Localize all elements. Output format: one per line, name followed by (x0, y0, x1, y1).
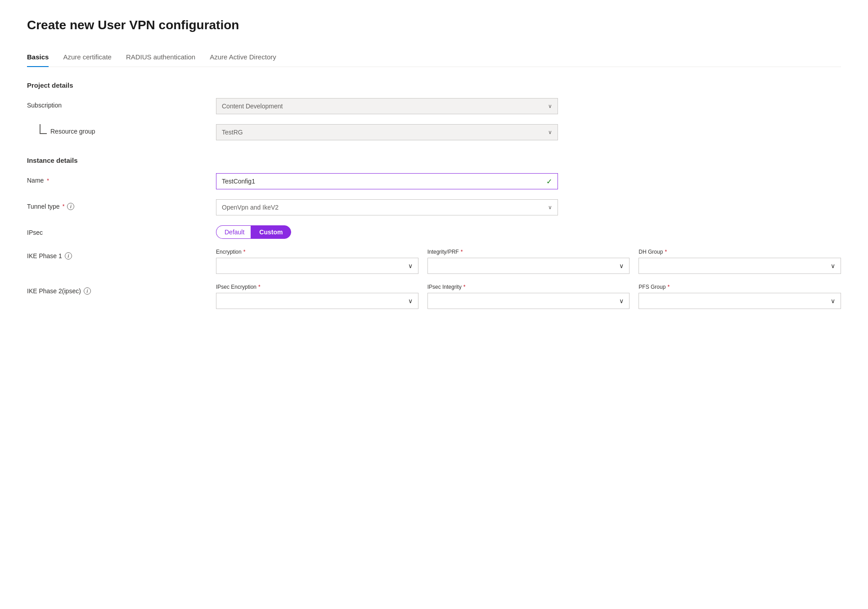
ike-phase1-encryption-chevron-icon: ∨ (408, 262, 413, 269)
subscription-row: Subscription Content Development ∨ (27, 98, 841, 114)
ike-phase2-ipsec-encryption-label-row: IPsec Encryption * (216, 284, 418, 290)
ike-phase2-ipsec-encryption-chevron-icon: ∨ (408, 297, 413, 304)
ike-phase1-label-col: IKE Phase 1 i (27, 249, 216, 260)
subscription-dropdown[interactable]: Content Development ∨ (216, 98, 558, 114)
ipsec-control: Default Custom (216, 225, 558, 239)
tunnel-type-chevron-icon: ∨ (548, 204, 552, 210)
name-value: TestConfig1 (222, 178, 255, 185)
page-title: Create new User VPN configuration (27, 18, 841, 32)
ike-phase2-ipsec-integrity-required: * (463, 284, 466, 290)
project-details-title: Project details (27, 81, 841, 89)
name-label-col: Name * (27, 173, 216, 184)
ike-phase1-dh-label: DH Group (639, 249, 663, 255)
tabs-container: Basics Azure certificate RADIUS authenti… (27, 49, 841, 67)
tunnel-type-dropdown[interactable]: OpenVpn and IkeV2 ∨ (216, 199, 558, 215)
ike-phase2-ipsec-integrity-chevron-icon: ∨ (619, 297, 624, 304)
tab-azure-active-directory[interactable]: Azure Active Directory (210, 49, 276, 67)
ike-phase2-row: IKE Phase 2(ipsec) i IPsec Encryption * … (27, 284, 841, 309)
instance-details-section: Instance details Name * TestConfig1 ✓ Tu… (27, 157, 841, 309)
resource-group-value: TestRG (222, 129, 243, 136)
resource-group-chevron-icon: ∨ (548, 129, 552, 135)
ike-phase2-pfs-dropdown[interactable]: ∨ (639, 293, 841, 309)
project-details-section: Project details Subscription Content Dev… (27, 81, 841, 140)
ipsec-toggle-group: Default Custom (216, 225, 558, 239)
name-label: Name (27, 177, 44, 184)
resource-group-row: Resource group TestRG ∨ (27, 124, 841, 140)
ike-phase1-integrity-required: * (461, 249, 463, 255)
tunnel-type-control: OpenVpn and IkeV2 ∨ (216, 199, 558, 215)
ike-phase1-integrity-group: Integrity/PRF * ∨ (427, 249, 630, 274)
name-control: TestConfig1 ✓ (216, 173, 558, 189)
tab-azure-certificate[interactable]: Azure certificate (63, 49, 112, 67)
instance-details-title: Instance details (27, 157, 841, 164)
ike-phase2-pfs-group: PFS Group * ∨ (639, 284, 841, 309)
ike-phase2-label-col: IKE Phase 2(ipsec) i (27, 284, 216, 295)
ike-phase1-integrity-dropdown[interactable]: ∨ (427, 258, 630, 274)
ike-phase1-encryption-group: Encryption * ∨ (216, 249, 418, 274)
ike-phase2-pfs-label-row: PFS Group * (639, 284, 841, 290)
ike-phase2-pfs-label: PFS Group (639, 284, 666, 290)
ike-phase2-fields: IPsec Encryption * ∨ IPsec Integrity * ∨ (216, 284, 841, 309)
ike-phase2-ipsec-encryption-required: * (258, 284, 261, 290)
ipsec-custom-button[interactable]: Custom (251, 225, 291, 239)
ike-phase2-info-icon[interactable]: i (84, 287, 91, 295)
ike-phase2-ipsec-encryption-label: IPsec Encryption (216, 284, 256, 290)
tunnel-type-required-star: * (63, 203, 65, 210)
resource-group-control: TestRG ∨ (216, 124, 558, 140)
ike-phase2-ipsec-encryption-dropdown[interactable]: ∨ (216, 293, 418, 309)
ipsec-label: IPsec (27, 225, 216, 236)
tunnel-type-label: Tunnel type (27, 203, 60, 210)
name-checkmark-icon: ✓ (546, 177, 552, 186)
ike-phase2-ipsec-integrity-dropdown[interactable]: ∨ (427, 293, 630, 309)
subscription-label: Subscription (27, 98, 216, 109)
ike-phase2-pfs-required: * (667, 284, 670, 290)
resource-group-dropdown[interactable]: TestRG ∨ (216, 124, 558, 140)
ipsec-default-button[interactable]: Default (216, 225, 251, 239)
ike-phase1-label: IKE Phase 1 (27, 252, 62, 260)
ike-phase2-ipsec-integrity-label: IPsec Integrity (427, 284, 462, 290)
ike-phase1-dh-required: * (665, 249, 667, 255)
subscription-value: Content Development (222, 103, 283, 110)
ike-phase1-integrity-chevron-icon: ∨ (619, 262, 624, 269)
ike-phase1-encryption-label: Encryption (216, 249, 242, 255)
ike-phase1-dh-dropdown[interactable]: ∨ (639, 258, 841, 274)
subscription-control: Content Development ∨ (216, 98, 558, 114)
ike-phase2-ipsec-integrity-label-row: IPsec Integrity * (427, 284, 630, 290)
ipsec-row: IPsec Default Custom (27, 225, 841, 239)
ike-phase1-dh-label-row: DH Group * (639, 249, 841, 255)
ike-phase2-pfs-chevron-icon: ∨ (831, 297, 835, 304)
ike-phase1-dh-group: DH Group * ∨ (639, 249, 841, 274)
name-required-star: * (47, 178, 49, 184)
tunnel-type-value: OpenVpn and IkeV2 (222, 204, 279, 211)
tab-basics[interactable]: Basics (27, 49, 49, 67)
ike-phase1-integrity-label: Integrity/PRF (427, 249, 459, 255)
ike-phase2-ipsec-integrity-group: IPsec Integrity * ∨ (427, 284, 630, 309)
ike-phase1-info-icon[interactable]: i (65, 252, 72, 260)
resource-group-label: Resource group (27, 128, 216, 135)
name-input[interactable]: TestConfig1 ✓ (216, 173, 558, 189)
ike-phase2-ipsec-encryption-group: IPsec Encryption * ∨ (216, 284, 418, 309)
ike-phase2-label: IKE Phase 2(ipsec) (27, 287, 81, 295)
ike-phase1-encryption-required: * (243, 249, 246, 255)
ike-phase1-encryption-dropdown[interactable]: ∨ (216, 258, 418, 274)
tunnel-type-info-icon[interactable]: i (67, 203, 74, 210)
ike-phase1-fields: Encryption * ∨ Integrity/PRF * ∨ (216, 249, 841, 274)
ike-phase1-encryption-label-row: Encryption * (216, 249, 418, 255)
tunnel-type-row: Tunnel type * i OpenVpn and IkeV2 ∨ (27, 199, 841, 215)
subscription-chevron-icon: ∨ (548, 103, 552, 109)
tunnel-type-label-col: Tunnel type * i (27, 199, 216, 210)
name-row: Name * TestConfig1 ✓ (27, 173, 841, 189)
ike-phase1-integrity-label-row: Integrity/PRF * (427, 249, 630, 255)
ike-phase1-dh-chevron-icon: ∨ (831, 262, 835, 269)
ike-phase1-row: IKE Phase 1 i Encryption * ∨ Integrity/P… (27, 249, 841, 274)
resource-group-label-col: Resource group (27, 124, 216, 135)
tab-radius-authentication[interactable]: RADIUS authentication (126, 49, 195, 67)
